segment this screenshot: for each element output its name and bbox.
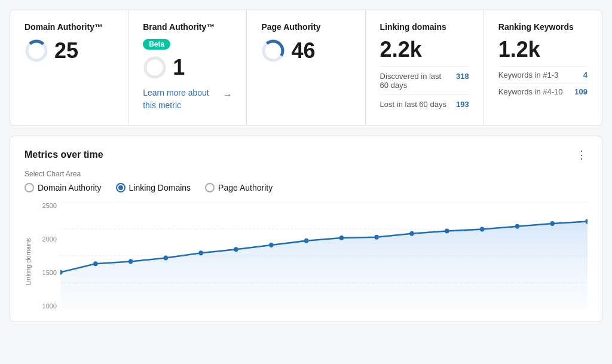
kw-row-0: Keywords in #1-3 4 (498, 66, 587, 83)
y-axis-label: Linking domains (25, 238, 32, 286)
y-axis-ticks: 2500 2000 1500 1000 (36, 202, 60, 310)
more-options-icon[interactable]: ⋮ (576, 148, 587, 161)
linking-domains-row-1-label: Lost in last 60 days (380, 100, 446, 109)
linking-domains-row-0: Discovered in last 60 days 318 (380, 66, 469, 94)
domain-authority-title: Domain Authority™ (25, 22, 114, 32)
radio-linking-domains-inner (118, 185, 123, 190)
radio-domain-authority-label: Domain Authority (38, 183, 102, 192)
ranking-keywords-title: Ranking Keywords (498, 22, 587, 32)
brand-authority-title: Brand Authority™ (143, 22, 232, 32)
chart-container: Linking domains 2500 2000 1500 1000 (25, 202, 587, 322)
radio-group: Domain Authority Linking Domains Page Au… (25, 183, 587, 192)
kw-row-1: Keywords in #4-10 109 (498, 83, 587, 100)
brand-authority-donut (143, 56, 167, 79)
chart-dot-12 (480, 227, 484, 232)
chart-dot-13 (515, 224, 519, 229)
domain-authority-metric: 25 (25, 39, 114, 63)
chart-dot-10 (409, 231, 414, 236)
kw-row-0-value: 4 (583, 71, 587, 79)
page-authority-title: Page Authority (261, 22, 350, 32)
radio-page-authority-label: Page Authority (218, 183, 273, 192)
chart-dot-5 (234, 247, 238, 252)
domain-authority-value: 25 (54, 40, 78, 62)
chart-dot-14 (550, 221, 555, 226)
page-authority-value: 46 (291, 40, 315, 62)
ranking-keywords-value: 1.2k (498, 39, 587, 60)
svg-point-2 (145, 58, 164, 77)
linking-domains-row-0-value: 318 (456, 72, 469, 81)
kw-row-0-label: Keywords in #1-3 (498, 71, 558, 79)
metrics-header: Metrics over time ⋮ (25, 148, 587, 161)
metrics-section: Metrics over time ⋮ Select Chart Area Do… (10, 136, 602, 322)
page-authority-card: Page Authority 46 (247, 10, 365, 126)
linking-domains-row-1: Lost in last 60 days 193 (380, 94, 469, 114)
chart-dot-11 (445, 229, 449, 234)
chart-area-label: Select Chart Area (25, 170, 587, 178)
beta-badge: Beta (143, 39, 170, 50)
ranking-keywords-sub-rows: Keywords in #1-3 4 Keywords in #4-10 109 (498, 66, 587, 100)
chart-dot-3 (164, 256, 168, 261)
radio-page-authority-circle (205, 183, 215, 192)
y-tick-2500: 2500 (42, 202, 57, 209)
chart-dot-8 (339, 235, 344, 240)
line-chart-svg (60, 202, 587, 310)
radio-domain-authority[interactable]: Domain Authority (25, 183, 102, 192)
page-authority-metric: 46 (261, 39, 350, 63)
linking-domains-title: Linking domains (380, 22, 469, 32)
learn-more-link[interactable]: Learn more about this metric → (143, 87, 232, 112)
chart-inner: 2500 2000 1500 1000 (36, 202, 587, 322)
ranking-keywords-card: Ranking Keywords 1.2k Keywords in #1-3 4… (484, 10, 602, 126)
y-tick-1000: 1000 (42, 302, 57, 310)
linking-domains-sub-rows: Discovered in last 60 days 318 Lost in l… (380, 66, 469, 114)
kw-row-1-label: Keywords in #4-10 (498, 87, 563, 96)
arrow-icon: → (222, 88, 232, 112)
radio-linking-domains[interactable]: Linking Domains (116, 183, 191, 192)
brand-authority-value: 1 (173, 57, 185, 78)
chart-dot-9 (375, 235, 379, 240)
chart-area-fill (60, 221, 587, 310)
radio-linking-domains-label: Linking Domains (129, 183, 191, 192)
top-cards-container: Domain Authority™ 25 Brand Authority™ Be… (10, 10, 602, 126)
radio-linking-domains-circle (116, 183, 126, 192)
chart-dot-2 (128, 259, 133, 264)
linking-domains-card: Linking domains 2.2k Discovered in last … (366, 10, 484, 126)
linking-domains-value: 2.2k (380, 39, 469, 60)
chart-dot-6 (269, 243, 273, 247)
brand-authority-card: Brand Authority™ Beta 1 Learn more about… (128, 10, 247, 126)
chart-dot-7 (304, 238, 308, 243)
brand-authority-metric: 1 (143, 56, 232, 79)
chart-dot-4 (199, 250, 203, 255)
chart-plot (60, 202, 587, 310)
y-tick-1500: 1500 (42, 269, 57, 276)
linking-domains-row-0-label: Discovered in last 60 days (380, 72, 452, 90)
linking-domains-row-1-value: 193 (456, 100, 469, 109)
kw-row-1-value: 109 (574, 87, 587, 96)
radio-domain-authority-circle (25, 183, 34, 192)
y-tick-2000: 2000 (42, 235, 57, 243)
chart-dot-1 (93, 261, 97, 266)
domain-authority-card: Domain Authority™ 25 (10, 10, 128, 126)
metrics-title: Metrics over time (25, 149, 103, 160)
page-authority-donut (261, 39, 285, 63)
domain-authority-donut (25, 39, 48, 63)
radio-page-authority[interactable]: Page Authority (205, 183, 273, 192)
learn-more-text: Learn more about this metric (143, 87, 220, 112)
